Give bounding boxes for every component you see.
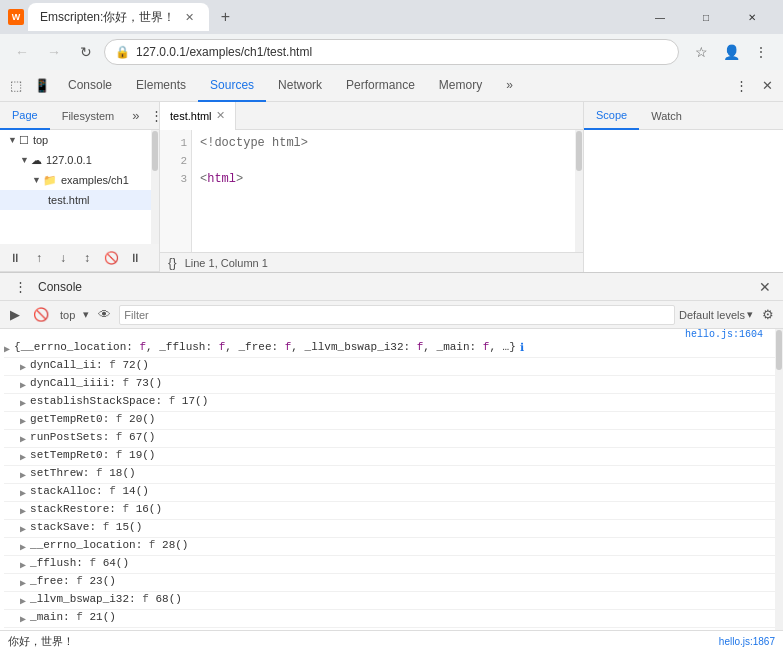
- console-scrollbar[interactable]: [775, 329, 783, 630]
- step-over-button[interactable]: ↑: [28, 247, 50, 269]
- favicon-text: W: [12, 12, 21, 22]
- console-line-4: ▶ getTempRet0: f 20(): [4, 412, 779, 430]
- tree-icon-host: ☁: [31, 154, 42, 167]
- tab-watch[interactable]: Watch: [639, 102, 694, 130]
- console-run-button[interactable]: ▶: [4, 304, 26, 326]
- line-number-2: 2: [160, 152, 187, 170]
- sidebar-more-button[interactable]: »: [126, 108, 145, 123]
- file-tree-item-dir[interactable]: ▼ 📁 examples/ch1: [0, 170, 159, 190]
- editor-scrollbar[interactable]: [575, 130, 583, 252]
- tree-arrow-dir: ▼: [32, 175, 41, 185]
- editor-tab-label: test.html: [170, 110, 212, 122]
- code-line-3: <html>: [200, 170, 575, 188]
- editor-tabs: test.html ✕: [160, 102, 583, 130]
- address-bar[interactable]: 🔒 127.0.0.1/examples/ch1/test.html: [104, 39, 679, 65]
- sidebar-tab-page[interactable]: Page: [0, 102, 50, 130]
- status-curly-icon: {}: [168, 255, 177, 270]
- file-tree-item-host[interactable]: ▼ ☁ 127.0.0.1: [0, 150, 159, 170]
- console-line-16: ▶ _malloc: f 22(): [4, 628, 779, 630]
- console-settings-button[interactable]: ⚙: [757, 304, 779, 326]
- more-tabs-button[interactable]: »: [494, 70, 525, 102]
- tree-icon-dir: 📁: [43, 174, 57, 187]
- tab-title: Emscripten:你好，世界！: [40, 9, 175, 26]
- console-toolbar: ▶ 🚫 top ▾ 👁 Default levels ▾ ⚙: [0, 301, 783, 329]
- file-tree-item-file[interactable]: test.html: [0, 190, 159, 210]
- tab-performance[interactable]: Performance: [334, 70, 427, 102]
- pause-resume-button[interactable]: ⏸: [4, 247, 26, 269]
- menu-button[interactable]: ⋮: [747, 38, 775, 66]
- console-close-button[interactable]: ✕: [755, 277, 775, 297]
- devtools-panel: ⬚ 📱 Console Elements Sources Network Per…: [0, 70, 783, 652]
- step-into-button[interactable]: ↓: [52, 247, 74, 269]
- console-title: Console: [38, 280, 82, 294]
- editor-tab-close-icon[interactable]: ✕: [216, 109, 225, 122]
- bookmark-button[interactable]: ☆: [687, 38, 715, 66]
- browser-tab[interactable]: Emscripten:你好，世界！ ✕: [28, 3, 209, 31]
- console-line-0: ▶ {__errno_location: f, _fflush: f, _fre…: [4, 340, 779, 358]
- tab-network[interactable]: Network: [266, 70, 334, 102]
- maximize-button[interactable]: □: [683, 1, 729, 33]
- window-controls: — □ ✕: [637, 1, 775, 33]
- close-window-button[interactable]: ✕: [729, 1, 775, 33]
- step-out-button[interactable]: ↕: [76, 247, 98, 269]
- console-line-6: ▶ setTempRet0: f 19(): [4, 448, 779, 466]
- lock-icon: 🔒: [115, 45, 130, 59]
- new-tab-button[interactable]: +: [213, 5, 237, 29]
- browser-titlebar: W Emscripten:你好，世界！ ✕ + — □ ✕: [0, 0, 783, 34]
- scope-tabs: Scope Watch: [584, 102, 783, 130]
- file-tree-scrollbar[interactable]: [151, 130, 159, 244]
- forward-button[interactable]: →: [40, 38, 68, 66]
- console-header-menu[interactable]: ⋮: [8, 275, 32, 299]
- device-toolbar-button[interactable]: 📱: [30, 74, 54, 98]
- console-line-11: ▶ __errno_location: f 28(): [4, 538, 779, 556]
- tree-label-file: test.html: [48, 194, 90, 206]
- console-clear-button[interactable]: 🚫: [30, 304, 52, 326]
- tab-scope[interactable]: Scope: [584, 102, 639, 130]
- devtools-close-button[interactable]: ✕: [755, 74, 779, 98]
- console-line-9: ▶ stackRestore: f 16(): [4, 502, 779, 520]
- editor-scrollbar-thumb: [576, 131, 582, 171]
- minimize-button[interactable]: —: [637, 1, 683, 33]
- tree-label-top: top: [33, 134, 48, 146]
- tree-arrow-host: ▼: [20, 155, 29, 165]
- editor-content: 1 2 3 <!doctype html> <html>: [160, 130, 583, 252]
- browser-favicon: W: [8, 9, 24, 25]
- tab-console[interactable]: Console: [56, 70, 124, 102]
- sidebar-tab-filesystem[interactable]: Filesystem: [50, 102, 127, 130]
- back-button[interactable]: ←: [8, 38, 36, 66]
- tab-close-icon[interactable]: ✕: [181, 9, 197, 25]
- console-source-ref-1[interactable]: hello.js:1604: [4, 329, 779, 340]
- console-filter-input[interactable]: [119, 305, 675, 325]
- console-line-12: ▶ _fflush: f 64(): [4, 556, 779, 574]
- tree-label-dir: examples/ch1: [61, 174, 129, 186]
- console-line-15: ▶ _main: f 21(): [4, 610, 779, 628]
- refresh-button[interactable]: ↻: [72, 38, 100, 66]
- console-scrollbar-thumb: [776, 330, 782, 370]
- code-line-2: [200, 152, 575, 170]
- editor-tab-testhtml[interactable]: test.html ✕: [160, 102, 236, 130]
- devtools-tabs: Console Elements Sources Network Perform…: [56, 70, 727, 102]
- console-footer-source[interactable]: hello.js:1867: [719, 636, 775, 647]
- inspect-element-button[interactable]: ⬚: [4, 74, 28, 98]
- console-level-dropdown[interactable]: Default levels ▾: [679, 308, 753, 321]
- devtools-settings-dots[interactable]: ⋮: [729, 74, 753, 98]
- code-area[interactable]: <!doctype html> <html>: [192, 130, 583, 252]
- tab-sources[interactable]: Sources: [198, 70, 266, 102]
- console-line-3: ▶ establishStackSpace: f 17(): [4, 394, 779, 412]
- tab-elements[interactable]: Elements: [124, 70, 198, 102]
- sources-sidebar: Page Filesystem » ⋮ ▼ ☐ top ▼ ☁ 127.0.0.…: [0, 102, 160, 272]
- scrollbar-thumb: [152, 131, 158, 171]
- console-eye-button[interactable]: 👁: [93, 304, 115, 326]
- line-numbers: 1 2 3: [160, 130, 192, 252]
- console-output: hello.js:1604 ▶ {__errno_location: f, _f…: [0, 329, 783, 630]
- scope-content: [584, 130, 783, 272]
- deactivate-breakpoints-button[interactable]: 🚫: [100, 247, 122, 269]
- sources-sidebar-tabs: Page Filesystem » ⋮: [0, 102, 159, 130]
- devtools-topbar: ⬚ 📱 Console Elements Sources Network Per…: [0, 70, 783, 102]
- pause-on-exceptions-button[interactable]: ⏸: [124, 247, 146, 269]
- console-arrow-0: ▶: [4, 343, 10, 355]
- account-button[interactable]: 👤: [717, 38, 745, 66]
- file-tree-item-top[interactable]: ▼ ☐ top: [0, 130, 159, 150]
- console-header: ⋮ Console ✕: [0, 273, 783, 301]
- tab-memory[interactable]: Memory: [427, 70, 494, 102]
